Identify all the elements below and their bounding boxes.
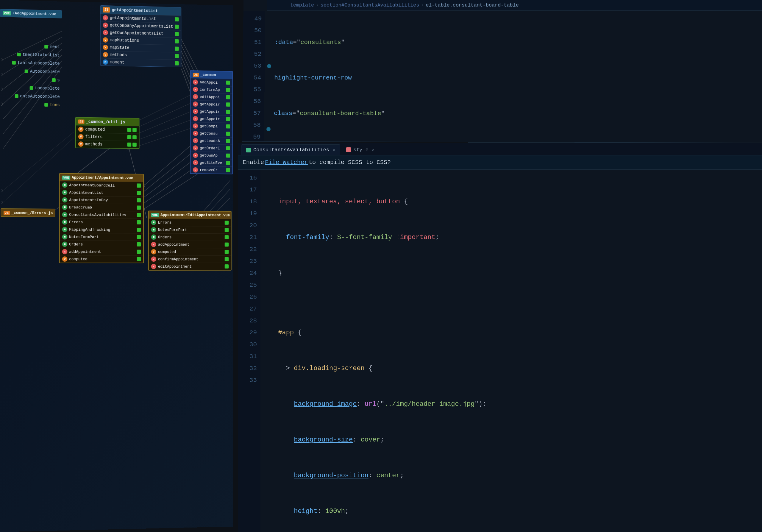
item-icon: ✕ bbox=[103, 15, 108, 21]
connector bbox=[137, 205, 141, 210]
item-icon: V bbox=[78, 126, 84, 132]
item-icon: ■ bbox=[62, 234, 68, 240]
item-icon: ■ bbox=[62, 183, 68, 188]
connector bbox=[225, 235, 229, 239]
css-icon bbox=[346, 147, 351, 152]
svg-line-24 bbox=[144, 171, 201, 209]
connector bbox=[175, 47, 179, 51]
item-icon: ✕ bbox=[193, 102, 198, 107]
node-item: ■ Orders bbox=[60, 240, 143, 248]
code-content-bottom: input, textarea, select, button { font-f… bbox=[270, 172, 759, 532]
code-top-panel: template › section#ConsultantsAvailabili… bbox=[242, 0, 762, 143]
connector bbox=[175, 25, 179, 29]
item-icon: ✕ bbox=[193, 109, 198, 114]
tab-bar[interactable]: ConsultantsAvailabilities ✕ style ✕ bbox=[238, 143, 762, 155]
tab-style[interactable]: style ✕ bbox=[342, 144, 379, 155]
node-item: V computed bbox=[76, 125, 139, 133]
connector bbox=[226, 103, 230, 107]
item-icon: V bbox=[103, 52, 108, 57]
item-icon: ✕ bbox=[193, 116, 198, 121]
connector bbox=[175, 32, 179, 36]
bc-template: template bbox=[290, 2, 314, 8]
item-icon: ✕ bbox=[103, 22, 108, 28]
connector bbox=[225, 257, 229, 262]
connector bbox=[127, 135, 131, 139]
connector bbox=[137, 220, 141, 224]
item-icon: ■ bbox=[62, 227, 68, 232]
node-item: ✕ editAppointment bbox=[149, 263, 231, 270]
util-node: JS _common_/util.js V computed V filters… bbox=[75, 117, 140, 149]
connector bbox=[226, 161, 230, 165]
node-item: ✕ getConsu bbox=[190, 129, 232, 137]
item-icon: V bbox=[78, 141, 84, 147]
connector-expand bbox=[132, 143, 137, 147]
connector bbox=[137, 228, 141, 232]
node-item: ✕ removeOr bbox=[190, 166, 232, 174]
connector bbox=[226, 124, 230, 129]
item-icon: ■ bbox=[62, 190, 68, 195]
connector bbox=[226, 154, 230, 158]
left-item: s bbox=[1, 75, 60, 84]
tab-close-icon[interactable]: ✕ bbox=[333, 148, 335, 152]
node-item: ✕ getOrderE bbox=[190, 144, 232, 152]
item-icon: ✕ bbox=[103, 30, 108, 35]
file-watcher-bar: Enable File Watcher to compile SCSS to C… bbox=[238, 155, 762, 170]
node-item: ■ Errors bbox=[60, 218, 143, 226]
node-item: V methods bbox=[76, 140, 139, 148]
connector bbox=[226, 146, 230, 150]
left-item: tantsAutocomplete bbox=[1, 58, 60, 68]
connector bbox=[226, 110, 230, 114]
left-items: ment tmentStatusList tantsAutocomplete A… bbox=[1, 42, 60, 109]
connector bbox=[137, 242, 141, 247]
node-item: ✕ getAppoir bbox=[190, 100, 232, 109]
item-icon: ✕ bbox=[193, 145, 198, 151]
gutter-icons bbox=[264, 11, 274, 141]
node-item: ■ AppointmentsInDay bbox=[60, 196, 143, 204]
item-icon: ✕ bbox=[62, 249, 68, 254]
node-item: ■ Errors bbox=[149, 218, 231, 226]
item-icon: V bbox=[78, 134, 84, 139]
graph-panel: JS getAppointmentsList ✕ getAppointments… bbox=[0, 0, 233, 532]
left-item: tmentStatusList bbox=[1, 50, 60, 59]
connector bbox=[137, 235, 141, 239]
item-icon: ■ bbox=[62, 204, 68, 210]
node-item: ■ AppointmentBoardCell bbox=[60, 181, 143, 190]
node-item: ■ ConsultantsAvailabilities bbox=[60, 211, 143, 218]
add-appointment-node: VUE /AddAppointment.vue bbox=[0, 9, 62, 19]
node-item: ✕ addAppointment bbox=[60, 248, 143, 255]
item-icon: ✕ bbox=[151, 256, 156, 262]
node-item: ■ NotesFormPart bbox=[149, 226, 231, 233]
connector bbox=[137, 257, 141, 261]
node-item: ✕ getAppoir bbox=[190, 108, 232, 115]
item-icon: ■ bbox=[62, 219, 68, 225]
connector bbox=[226, 168, 230, 172]
node-item: ■ AppointmentList bbox=[60, 189, 143, 196]
node-item: ■ NotesFormPart bbox=[60, 233, 143, 241]
item-icon: ✕ bbox=[193, 80, 198, 85]
connector bbox=[175, 61, 179, 65]
vue-icon bbox=[246, 148, 251, 152]
item-icon: ✕ bbox=[193, 131, 198, 136]
node-item: ■ Breadcrumb bbox=[60, 203, 143, 211]
code-bottom-panel: ConsultantsAvailabilities ✕ style ✕ Enab… bbox=[238, 143, 762, 532]
tab-consultants[interactable]: ConsultantsAvailabilities ✕ bbox=[241, 144, 340, 155]
line-numbers-top: 4950515253 5455565758 5960616263 6465666… bbox=[242, 11, 265, 141]
tab-close-icon[interactable]: ✕ bbox=[372, 147, 374, 152]
connector bbox=[225, 243, 229, 247]
item-icon: ✕ bbox=[193, 123, 198, 129]
connector bbox=[226, 88, 230, 92]
item-icon: ■ bbox=[151, 227, 156, 233]
item-icon: ✕ bbox=[193, 138, 198, 143]
connector bbox=[226, 139, 230, 143]
item-icon: ✕ bbox=[193, 167, 198, 173]
node-item: M moment bbox=[101, 58, 181, 67]
bc-table: el-table.consultant-board-table bbox=[426, 2, 519, 8]
connector bbox=[175, 17, 179, 22]
item-icon: M bbox=[103, 59, 108, 65]
item-icon: V bbox=[62, 256, 68, 262]
appointment-node: VUE Appointment/Appointment.vue ■ Appoin… bbox=[59, 173, 144, 263]
node-item: ■ Orders bbox=[149, 233, 231, 241]
connector-expand bbox=[132, 128, 137, 132]
fw-link[interactable]: File Watcher bbox=[265, 159, 308, 166]
item-icon: ■ bbox=[151, 220, 156, 225]
